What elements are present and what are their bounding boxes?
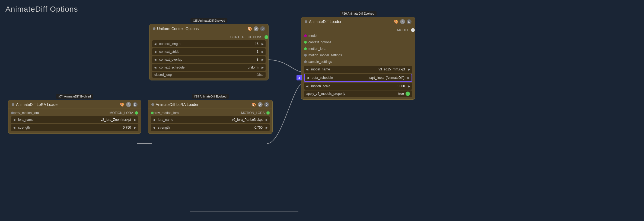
node-header-lora29: AnimateDiff LoRA Loader 🎨 A D xyxy=(148,100,272,109)
port-label-sample-settings: sample_settings xyxy=(308,60,412,64)
arrow-right-context-overlap[interactable]: ▶ xyxy=(260,56,266,63)
node-title-uniform: Uniform Context Options xyxy=(157,27,246,31)
arrow-left-context-stride[interactable]: ◀ xyxy=(152,48,158,55)
port-dot-prev-lora74[interactable] xyxy=(11,112,14,114)
port-context-options: context_options xyxy=(301,39,415,46)
value-context-overlap: 8 xyxy=(256,58,260,61)
output-label-lora29: MOTION_LORA xyxy=(241,111,265,115)
node-status-dot-lora74 xyxy=(12,103,14,106)
node-badge-loader: #20 AnimateDiff Evolved xyxy=(340,11,377,16)
port-dot-motion-model-settings[interactable] xyxy=(304,54,307,57)
node-body-uniform: CONTEXT_OPTIONS ◀ context_length 16 ▶ ◀ … xyxy=(149,33,268,80)
arrow-left-model-name[interactable]: ◀ xyxy=(304,66,310,73)
port-label-prev-lora29: prev_motion_lora xyxy=(154,111,241,115)
label-apply-v2: apply_v2_models_properly xyxy=(306,92,398,96)
port-motion-model-settings: motion_model_settings xyxy=(301,52,415,58)
arrow-right-strength-29[interactable]: ▶ xyxy=(264,124,270,131)
port-dot-model[interactable] xyxy=(304,34,307,37)
output-label-context: CONTEXT_OPTIONS xyxy=(230,35,262,39)
node-status-dot-loader xyxy=(305,20,307,23)
control-context-length: ◀ context_length 16 ▶ xyxy=(152,40,266,47)
label-context-length: context_length xyxy=(158,42,254,46)
value-context-stride: 1 xyxy=(256,50,260,54)
label-lora-name-74: lora_name xyxy=(17,118,100,122)
value-context-length: 16 xyxy=(254,42,260,46)
node-title-lora29: AnimateDiff LoRA Loader xyxy=(156,102,250,107)
control-lora-name-29: ◀ lora_name v2_lora_PanLeft.ckpt ▶ xyxy=(151,116,270,123)
icon-d-loader[interactable]: D xyxy=(407,19,412,24)
label-model-name: model_name xyxy=(310,67,378,71)
emoji-icon: 🎨 xyxy=(247,27,252,31)
arrow-left-context-overlap[interactable]: ◀ xyxy=(152,56,158,63)
icon-d[interactable]: D xyxy=(260,26,265,31)
port-row-motion-lora29: prev_motion_lora MOTION_LORA xyxy=(148,110,272,115)
arrow-left-lora-name-74[interactable]: ◀ xyxy=(11,116,17,123)
node-badge-lora29: #29 AnimateDiff Evolved xyxy=(192,94,229,99)
icon-a-lora74[interactable]: A xyxy=(126,102,131,107)
port-dot-context-options[interactable] xyxy=(304,41,307,44)
port-motion-lora: motion_lora xyxy=(301,46,415,52)
value-lora-name-74: v2_lora_ZoomIn.ckpt xyxy=(100,118,132,122)
control-context-overlap: ◀ context_overlap 8 ▶ xyxy=(152,56,266,63)
value-strength-74: 0.750 xyxy=(122,126,132,129)
label-lora-name-29: lora_name xyxy=(157,118,231,122)
arrow-left-strength-29[interactable]: ◀ xyxy=(151,124,157,131)
arrow-left-beta-schedule[interactable]: ◀ xyxy=(305,74,311,81)
port-dot-motion-lora[interactable] xyxy=(304,47,307,50)
output-label-lora74: MOTION_LORA xyxy=(110,111,133,115)
arrow-right-lora-name-29[interactable]: ▶ xyxy=(264,116,270,123)
toggle-apply-v2[interactable] xyxy=(406,92,410,96)
control-motion-scale: ◀ motion_scale 1.000 ▶ xyxy=(304,83,412,90)
port-label-motion-lora: motion_lora xyxy=(308,47,412,51)
control-context-schedule: ◀ context_schedule uniform ▶ xyxy=(152,64,266,71)
control-strength-74: ◀ strength 0.750 ▶ xyxy=(11,124,138,131)
control-beta-schedule-wrapper: 3 ◀ beta_schedule sqrt_linear (AnimateDi… xyxy=(304,74,412,82)
arrow-right-context-stride[interactable]: ▶ xyxy=(260,48,266,55)
control-lora-name-74: ◀ lora_name v2_lora_ZoomIn.ckpt ▶ xyxy=(11,116,138,123)
arrow-left-motion-scale[interactable]: ◀ xyxy=(304,83,310,90)
arrow-right-context-schedule[interactable]: ▶ xyxy=(260,64,266,71)
node-status-dot-lora29 xyxy=(151,103,154,106)
port-model: model xyxy=(301,32,415,39)
value-context-schedule: uniform xyxy=(247,66,260,69)
arrow-right-lora-name-74[interactable]: ▶ xyxy=(132,116,138,123)
arrow-right-beta-schedule[interactable]: ▶ xyxy=(406,74,412,81)
control-beta-schedule: ◀ beta_schedule sqrt_linear (AnimateDiff… xyxy=(304,74,412,82)
value-motion-scale: 1.000 xyxy=(396,84,406,88)
label-context-overlap: context_overlap xyxy=(158,58,256,61)
arrow-left-context-schedule[interactable]: ◀ xyxy=(152,64,158,71)
output-dot-lora29[interactable] xyxy=(266,111,270,115)
port-dot-prev-lora29[interactable] xyxy=(151,112,154,114)
icon-d-lora74[interactable]: D xyxy=(133,102,138,107)
output-row-context: CONTEXT_OPTIONS xyxy=(149,35,268,40)
output-label-model: MODEL xyxy=(397,28,409,32)
arrow-left-lora-name-29[interactable]: ◀ xyxy=(151,116,157,123)
node-header-uniform: Uniform Context Options 🎨 A D xyxy=(149,24,268,33)
icon-d-lora29[interactable]: D xyxy=(264,102,269,107)
icon-a[interactable]: A xyxy=(254,26,259,31)
arrow-right-context-length[interactable]: ▶ xyxy=(260,40,266,47)
output-dot-model[interactable] xyxy=(411,28,415,32)
port-row-motion-lora74: prev_motion_lora MOTION_LORA xyxy=(8,110,141,115)
node-animatediff-loader: #20 AnimateDiff Evolved AnimateDiff Load… xyxy=(301,17,415,100)
arrow-right-model-name[interactable]: ▶ xyxy=(406,66,412,73)
port-sample-settings: sample_settings xyxy=(301,58,415,65)
arrow-right-strength-74[interactable]: ▶ xyxy=(132,124,138,131)
label-beta-schedule: beta_schedule xyxy=(311,76,368,80)
icon-a-loader[interactable]: A xyxy=(400,19,405,24)
control-strength-29: ◀ strength 0.750 ▶ xyxy=(151,124,270,131)
output-dot-context[interactable] xyxy=(264,35,268,39)
arrow-left-context-length[interactable]: ◀ xyxy=(152,40,158,47)
arrow-right-motion-scale[interactable]: ▶ xyxy=(406,83,412,90)
icon-a-lora29[interactable]: A xyxy=(258,102,263,107)
value-apply-v2: true xyxy=(398,92,404,96)
label-strength-29: strength xyxy=(157,126,253,129)
output-dot-lora74[interactable] xyxy=(135,111,138,115)
arrow-left-strength-74[interactable]: ◀ xyxy=(11,124,17,131)
port-dot-sample-settings[interactable] xyxy=(304,60,307,63)
label-strength-74: strength xyxy=(17,126,122,129)
control-context-stride: ◀ context_stride 1 ▶ xyxy=(152,48,266,55)
emoji-icon-lora29: 🎨 xyxy=(251,102,256,107)
port-label-context-options: context_options xyxy=(308,40,412,44)
node-header-loader: AnimateDiff Loader 🎨 A D xyxy=(301,17,415,26)
